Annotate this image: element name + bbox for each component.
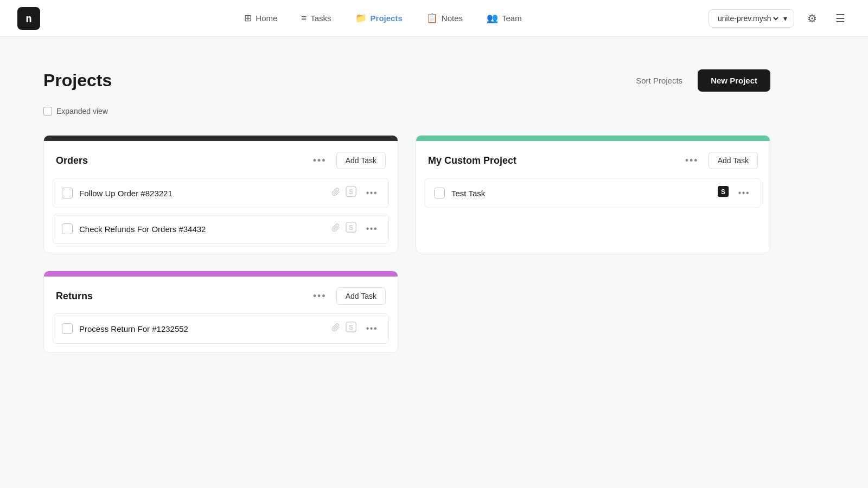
task-name: Test Task [451, 189, 711, 198]
add-task-button-returns[interactable]: Add Task [336, 287, 386, 305]
project-name-custom: My Custom Project [428, 155, 516, 166]
project-actions-returns: •••Add Task [310, 287, 386, 305]
main-content: Projects Sort Projects New Project Expan… [0, 37, 814, 386]
project-header-custom: My Custom Project•••Add Task [416, 141, 770, 178]
project-card-returns: Returns•••Add TaskProcess Return For #12… [43, 271, 398, 353]
task-name: Check Refunds For Orders #34432 [79, 224, 325, 234]
expanded-view-row: Expanded view [43, 107, 770, 115]
attachment-icon [331, 223, 340, 234]
task-item: Process Return For #1232552S••• [53, 313, 389, 344]
task-dots-button[interactable]: ••• [364, 187, 380, 199]
store-dropdown[interactable]: unite-prev.mysh [716, 14, 780, 23]
svg-text:S: S [349, 188, 353, 196]
store-selector[interactable]: unite-prev.mysh ▾ [709, 9, 794, 28]
project-name-orders: Orders [56, 155, 88, 166]
project-color-bar-orders [44, 136, 398, 141]
project-dots-button-orders[interactable]: ••• [310, 153, 330, 169]
project-dots-button-custom[interactable]: ••• [682, 153, 702, 169]
project-header-orders: Orders•••Add Task [44, 141, 398, 178]
project-card-custom: My Custom Project•••Add TaskTest TaskS••… [416, 135, 770, 253]
task-icons: S [718, 186, 730, 200]
nav-links: ⊞Home≡Tasks📁Projects📋Notes👥Team [58, 8, 709, 28]
add-task-button-custom[interactable]: Add Task [709, 152, 758, 169]
logo[interactable]: n [17, 7, 40, 30]
shopify-icon: S [718, 186, 730, 200]
team-nav-label: Team [502, 14, 522, 23]
tasks-list-returns: Process Return For #1232552S••• [44, 313, 398, 352]
home-nav-icon: ⊞ [244, 12, 252, 24]
task-icons: S [331, 322, 358, 336]
logo-text: n [25, 12, 32, 25]
task-name: Process Return For #1232552 [79, 324, 325, 333]
task-checkbox[interactable] [434, 188, 445, 198]
task-icons: S [331, 222, 358, 236]
project-color-bar-returns [44, 271, 398, 277]
shopify-icon: S [346, 186, 358, 200]
nav-item-team[interactable]: 👥Team [477, 8, 532, 28]
notes-nav-label: Notes [442, 14, 463, 23]
task-dots-button[interactable]: ••• [364, 223, 380, 235]
new-project-button[interactable]: New Project [698, 69, 770, 92]
tasks-list-custom: Test TaskS••• [416, 178, 770, 217]
sort-projects-button[interactable]: Sort Projects [629, 72, 689, 89]
task-checkbox[interactable] [62, 223, 73, 234]
project-actions-orders: •••Add Task [310, 152, 386, 169]
page-title: Projects [43, 70, 112, 91]
chevron-down-icon: ▾ [783, 14, 787, 23]
expanded-view-label[interactable]: Expanded view [56, 107, 108, 115]
add-task-button-orders[interactable]: Add Task [336, 152, 386, 169]
project-header-returns: Returns•••Add Task [44, 277, 398, 313]
tasks-list-orders: Follow Up Order #823221S•••Check Refunds… [44, 178, 398, 253]
shopify-icon: S [346, 322, 358, 336]
notes-nav-icon: 📋 [426, 12, 438, 24]
expanded-view-checkbox[interactable] [43, 107, 52, 115]
home-nav-label: Home [256, 14, 277, 23]
menu-button[interactable]: ☰ [830, 8, 851, 29]
nav-item-tasks[interactable]: ≡Tasks [291, 9, 341, 28]
projects-nav-icon: 📁 [355, 12, 367, 24]
navbar: n ⊞Home≡Tasks📁Projects📋Notes👥Team unite-… [0, 0, 868, 37]
task-checkbox[interactable] [62, 323, 73, 334]
svg-text:S: S [349, 324, 353, 331]
shopify-icon: S [346, 222, 358, 236]
task-item: Check Refunds For Orders #34432S••• [53, 214, 389, 244]
projects-grid: Orders•••Add TaskFollow Up Order #823221… [43, 135, 770, 353]
page-header: Projects Sort Projects New Project [43, 69, 770, 92]
svg-text:S: S [349, 224, 353, 232]
project-name-returns: Returns [56, 291, 93, 302]
project-card-orders: Orders•••Add TaskFollow Up Order #823221… [43, 135, 398, 253]
header-actions: Sort Projects New Project [629, 69, 770, 92]
task-name: Follow Up Order #823221 [79, 189, 325, 198]
nav-item-home[interactable]: ⊞Home [234, 8, 287, 28]
task-item: Test TaskS••• [425, 178, 761, 208]
settings-button[interactable]: ⚙ [802, 8, 822, 29]
team-nav-icon: 👥 [487, 12, 498, 24]
task-item: Follow Up Order #823221S••• [53, 178, 389, 208]
project-color-bar-custom [416, 136, 770, 141]
task-dots-button[interactable]: ••• [364, 323, 380, 335]
nav-item-notes[interactable]: 📋Notes [417, 8, 473, 28]
task-dots-button[interactable]: ••• [736, 187, 752, 199]
projects-nav-label: Projects [371, 14, 403, 23]
attachment-icon [331, 188, 340, 198]
task-icons: S [331, 186, 358, 200]
task-checkbox[interactable] [62, 188, 73, 198]
project-actions-custom: •••Add Task [682, 152, 758, 169]
nav-right: unite-prev.mysh ▾ ⚙ ☰ [709, 8, 851, 29]
nav-item-projects[interactable]: 📁Projects [346, 8, 412, 28]
project-dots-button-returns[interactable]: ••• [310, 288, 330, 304]
tasks-nav-icon: ≡ [301, 13, 307, 24]
svg-text:S: S [721, 188, 725, 196]
attachment-icon [331, 323, 340, 334]
tasks-nav-label: Tasks [310, 14, 331, 23]
